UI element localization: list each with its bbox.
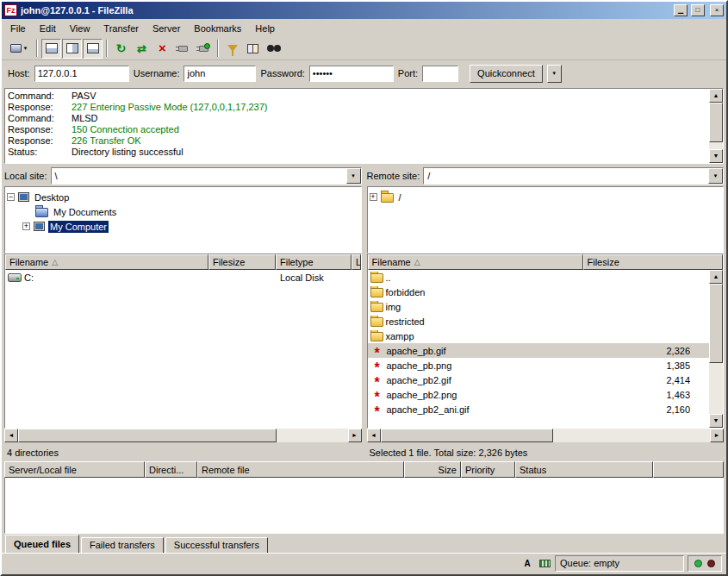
- encryption-indicator-icon: [538, 556, 551, 570]
- site-manager-icon: [10, 44, 22, 53]
- column-filename[interactable]: Filename △: [5, 254, 208, 270]
- folder-icon: [370, 288, 383, 297]
- queue-list[interactable]: [4, 478, 724, 534]
- compare-button[interactable]: [243, 39, 263, 59]
- menu-edit[interactable]: Edit: [33, 21, 63, 36]
- scroll-left-icon[interactable]: ◄: [367, 429, 381, 442]
- scrollbar-track[interactable]: [277, 429, 348, 442]
- column-filesize[interactable]: Filesize: [208, 254, 276, 270]
- file-row-c-drive[interactable]: C: Local Disk: [5, 270, 361, 285]
- folder-row[interactable]: forbidden: [368, 285, 710, 299]
- binoculars-icon: [267, 45, 281, 53]
- menu-transfer[interactable]: Transfer: [96, 21, 146, 36]
- column-filetype[interactable]: Filetype: [276, 254, 352, 270]
- folder-row[interactable]: xampp: [368, 329, 710, 343]
- file-size-cell: 1,463: [583, 390, 710, 400]
- folder-row[interactable]: ..: [368, 270, 710, 285]
- port-input[interactable]: [422, 66, 458, 82]
- scroll-right-icon[interactable]: ►: [710, 429, 724, 442]
- quickconnect-dropdown-button[interactable]: ▼: [547, 65, 562, 83]
- file-name-cell: C:: [5, 272, 208, 283]
- maximize-button[interactable]: □: [691, 4, 705, 16]
- menu-view[interactable]: View: [63, 21, 97, 36]
- expand-icon[interactable]: +: [22, 222, 30, 230]
- column-status[interactable]: Status: [515, 461, 653, 478]
- folder-row[interactable]: img: [368, 299, 710, 314]
- tree-item-my-documents[interactable]: My Documents: [7, 204, 359, 219]
- chevron-down-icon[interactable]: ▼: [708, 168, 723, 184]
- column-last-modified[interactable]: L: [352, 254, 361, 270]
- menu-bookmarks[interactable]: Bookmarks: [187, 21, 248, 36]
- host-input[interactable]: [34, 66, 129, 82]
- tree-item-root[interactable]: + /: [370, 190, 722, 204]
- local-horizontal-scrollbar[interactable]: ◄ ►: [4, 429, 362, 442]
- scrollbar-thumb[interactable]: [18, 429, 277, 442]
- file-name: apache_pb2_ani.gif: [387, 404, 470, 415]
- quickconnect-button[interactable]: Quickconnect: [470, 65, 543, 83]
- filter-button[interactable]: [222, 39, 242, 59]
- toggle-tree-button[interactable]: [62, 39, 82, 59]
- site-manager-button[interactable]: ▼: [5, 39, 33, 59]
- remote-vertical-scrollbar[interactable]: ▲ ▼: [709, 270, 723, 428]
- close-button[interactable]: ×: [710, 4, 724, 16]
- expand-icon[interactable]: +: [370, 193, 377, 201]
- scrollbar-track[interactable]: [709, 142, 723, 149]
- column-direction[interactable]: Directi...: [145, 461, 197, 478]
- tab-failed-transfers[interactable]: Failed transfers: [81, 537, 164, 553]
- scrollbar-track[interactable]: [709, 363, 723, 414]
- chevron-down-icon[interactable]: ▼: [346, 168, 361, 184]
- scroll-down-icon[interactable]: ▼: [709, 414, 723, 428]
- menu-file[interactable]: File: [3, 21, 33, 36]
- remote-site-combobox[interactable]: / ▼: [423, 167, 724, 185]
- file-row[interactable]: * apache_pb2.gif 2,414: [368, 373, 710, 387]
- refresh-button[interactable]: ↻: [111, 39, 131, 59]
- remote-horizontal-scrollbar[interactable]: ◄ ►: [367, 429, 725, 442]
- disconnect-button[interactable]: [173, 39, 193, 59]
- file-size-cell: 1,385: [583, 360, 710, 371]
- toggle-queue-button[interactable]: [83, 39, 103, 59]
- scrollbar-track[interactable]: [553, 429, 711, 442]
- file-row-selected[interactable]: * apache_pb.gif 2,326: [368, 343, 710, 358]
- tree-item-desktop[interactable]: − Desktop: [7, 190, 359, 204]
- folder-row[interactable]: restricted: [368, 314, 710, 329]
- process-queue-button[interactable]: ⇄: [132, 39, 152, 59]
- scrollbar-thumb[interactable]: [381, 429, 553, 442]
- collapse-icon[interactable]: −: [7, 193, 15, 201]
- tab-successful-transfers[interactable]: Successful transfers: [165, 537, 268, 553]
- scroll-up-icon[interactable]: ▲: [709, 270, 723, 284]
- column-filesize[interactable]: Filesize: [583, 254, 724, 270]
- cancel-operation-button[interactable]: ×: [152, 39, 172, 59]
- scrollbar-thumb[interactable]: [709, 103, 723, 142]
- menu-help[interactable]: Help: [248, 21, 282, 36]
- file-row[interactable]: * apache_pb.png 1,385: [368, 358, 710, 373]
- broken-image-icon: *: [370, 409, 384, 415]
- column-server-local-file[interactable]: Server/Local file: [4, 461, 145, 478]
- tree-item-my-computer[interactable]: + My Computer: [7, 219, 359, 234]
- minimize-button[interactable]: ▁: [674, 4, 688, 16]
- scroll-up-icon[interactable]: ▲: [709, 89, 723, 103]
- username-input[interactable]: [184, 66, 256, 82]
- titlebar[interactable]: Fz john@127.0.0.1 - FileZilla ▁ □ ×: [2, 2, 726, 19]
- reconnect-button[interactable]: [194, 39, 214, 59]
- column-priority[interactable]: Priority: [461, 461, 515, 478]
- menu-server[interactable]: Server: [146, 21, 187, 36]
- password-input[interactable]: [309, 66, 394, 82]
- column-filename[interactable]: Filename △: [368, 254, 583, 270]
- file-row[interactable]: * apache_pb2.png 1,463: [368, 387, 710, 402]
- column-label: L: [356, 257, 361, 267]
- toggle-log-button[interactable]: [41, 39, 61, 59]
- broken-image-icon: *: [370, 365, 384, 371]
- column-remote-file[interactable]: Remote file: [197, 461, 404, 478]
- scrollbar-thumb[interactable]: [709, 284, 723, 363]
- local-site-combobox[interactable]: \ ▼: [51, 167, 362, 185]
- scroll-down-icon[interactable]: ▼: [709, 149, 723, 163]
- find-button[interactable]: [264, 39, 283, 59]
- folder-name: ..: [386, 272, 391, 283]
- column-size[interactable]: Size: [404, 461, 461, 478]
- file-row[interactable]: * apache_pb2_ani.gif 2,160: [368, 402, 710, 416]
- log-scrollbar[interactable]: ▲ ▼: [709, 89, 723, 163]
- tab-queued-files[interactable]: Queued files: [5, 535, 79, 553]
- scroll-right-icon[interactable]: ►: [348, 429, 362, 442]
- message-log: Command: PASV Response: 227 Entering Pas…: [4, 88, 724, 164]
- scroll-left-icon[interactable]: ◄: [4, 429, 18, 442]
